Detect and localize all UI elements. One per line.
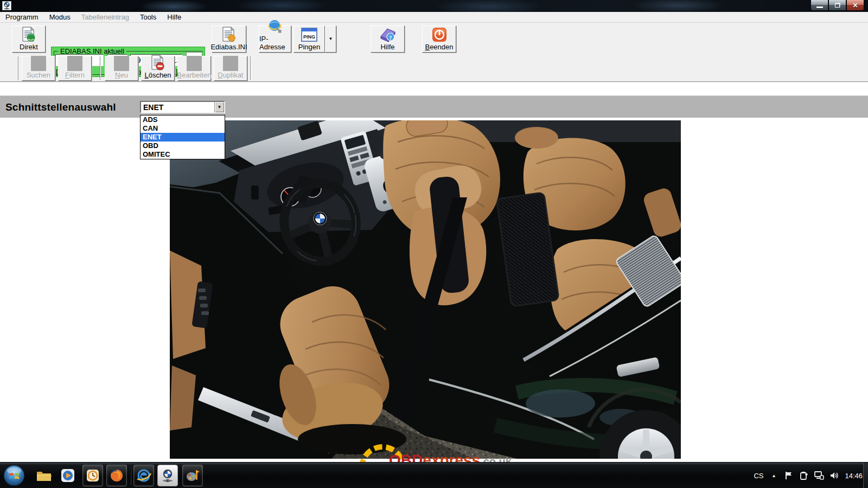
- removable-device-icon[interactable]: [799, 471, 809, 480]
- beenden-label: Beenden: [425, 43, 453, 51]
- ip-adresse-label: IP-Adresse: [259, 35, 291, 51]
- firefox-icon[interactable]: [106, 465, 127, 486]
- desktop: ✕ Programm Modus Tabelleneintrag Tools H…: [0, 0, 868, 488]
- power-off-icon: [423, 26, 456, 43]
- direkt-label: Direkt: [20, 43, 38, 51]
- interface-dropdown-list: ADS CAN ENET OBD OMITEC: [140, 115, 225, 159]
- content-area: [0, 118, 868, 462]
- combobox-arrow-icon[interactable]: ▼: [214, 102, 224, 112]
- svg-text:PING: PING: [303, 34, 315, 40]
- filtern-icon-placeholder: [59, 56, 91, 71]
- menu-modus[interactable]: Modus: [44, 12, 76, 22]
- show-desktop-button[interactable]: [863, 463, 868, 488]
- interface-combobox[interactable]: ENET ▼: [140, 101, 225, 113]
- hilfe-label: Hilfe: [380, 43, 394, 51]
- option-omitec[interactable]: OMITEC: [141, 150, 225, 159]
- direkt-button[interactable]: Direkt: [12, 25, 46, 53]
- duplikat-label: Duplikat: [218, 71, 244, 79]
- volume-icon[interactable]: [829, 471, 839, 480]
- direkt-doc-globe-icon: [12, 26, 45, 43]
- taskbar-separator: [130, 466, 131, 485]
- bmw-tool-taskbar-icon[interactable]: [157, 465, 178, 486]
- ediabas-ini-button[interactable]: Ediabas.INI: [212, 25, 246, 53]
- ping-window-icon: PING: [294, 26, 324, 43]
- combobox-value: ENET: [141, 103, 214, 112]
- system-tray: CS ▲ 14:46: [754, 463, 863, 488]
- option-can[interactable]: CAN: [141, 124, 225, 133]
- start-button[interactable]: [3, 464, 25, 487]
- pingen-label: Pingen: [298, 43, 320, 51]
- app-window-icon: [2, 1, 11, 10]
- delete-doc-icon: [142, 55, 174, 71]
- filtern-label: Filtern: [65, 71, 85, 79]
- toolbar-separator: [18, 56, 19, 80]
- svg-text:?: ?: [389, 34, 392, 41]
- neu-label: Neu: [115, 71, 128, 79]
- ie-globe-icon: [259, 18, 291, 35]
- restore-button[interactable]: [828, 0, 846, 11]
- taskbar-clock[interactable]: 14:46: [845, 472, 863, 480]
- internet-explorer-icon[interactable]: [133, 465, 154, 486]
- menu-tools[interactable]: Tools: [135, 12, 162, 22]
- filtern-button[interactable]: Filtern: [58, 56, 92, 81]
- hidden-icons-chevron[interactable]: ▲: [769, 471, 778, 480]
- loeschen-button[interactable]: Löschen: [141, 56, 175, 81]
- pingen-button[interactable]: PING Pingen: [293, 25, 325, 53]
- option-obd[interactable]: OBD: [141, 142, 225, 150]
- interface-select-bar: Schnittstellenauswahl ENET ▼: [0, 95, 868, 118]
- window-titlebar: ✕: [0, 0, 868, 12]
- ediabas-ini-label: Ediabas.INI: [210, 43, 247, 51]
- suchen-label: Suchen: [27, 71, 50, 79]
- minimize-button[interactable]: [810, 0, 828, 11]
- pingen-dropdown-button[interactable]: ▼: [325, 25, 336, 53]
- suchen-button[interactable]: Suchen: [22, 56, 55, 81]
- duplikat-icon-placeholder: [214, 56, 247, 71]
- palette-app-icon[interactable]: [182, 465, 203, 486]
- language-indicator[interactable]: CS: [754, 472, 763, 480]
- clock-app-icon[interactable]: [82, 465, 103, 486]
- neu-icon-placeholder: [105, 56, 138, 71]
- toolbar-separator: [100, 56, 101, 80]
- loeschen-label: Löschen: [144, 71, 171, 79]
- help-book-icon: ?: [371, 26, 404, 43]
- bmw-interior-photo: [170, 120, 681, 459]
- toolbar-separator: [250, 56, 251, 80]
- interface-select-label: Schnittstellenauswahl: [5, 96, 116, 118]
- main-toolbar: Direkt EDIABAS.INI aktuell [ Interface ]…: [0, 23, 868, 82]
- hilfe-button[interactable]: ? Hilfe: [371, 25, 405, 53]
- close-button[interactable]: ✕: [846, 0, 864, 11]
- menu-hilfe[interactable]: Hilfe: [162, 12, 187, 22]
- chevron-down-icon: ▼: [326, 26, 336, 51]
- media-player-icon[interactable]: [58, 465, 78, 486]
- bearbeiten-button[interactable]: Bearbeiten: [177, 56, 211, 81]
- menu-tabelleneintrag[interactable]: Tabelleneintrag: [76, 12, 135, 22]
- taskbar: CS ▲ 14:46: [0, 462, 868, 488]
- action-center-flag-icon[interactable]: [784, 471, 794, 480]
- menu-programm[interactable]: Programm: [0, 12, 44, 22]
- ediabas-ini-doc-icon: [212, 26, 246, 43]
- explorer-icon[interactable]: [34, 465, 54, 486]
- duplikat-button[interactable]: Duplikat: [214, 56, 247, 81]
- neu-button[interactable]: Neu: [105, 56, 138, 81]
- suchen-icon-placeholder: [22, 56, 55, 71]
- menu-bar: Programm Modus Tabelleneintrag Tools Hil…: [0, 12, 868, 23]
- option-enet[interactable]: ENET: [141, 133, 225, 142]
- network-icon[interactable]: [814, 471, 824, 480]
- bearbeiten-icon-placeholder: [178, 56, 210, 71]
- bearbeiten-label: Bearbeiten: [177, 71, 212, 79]
- ip-adresse-button[interactable]: IP-Adresse: [259, 25, 291, 53]
- option-ads[interactable]: ADS: [141, 115, 225, 124]
- beenden-button[interactable]: Beenden: [422, 25, 456, 53]
